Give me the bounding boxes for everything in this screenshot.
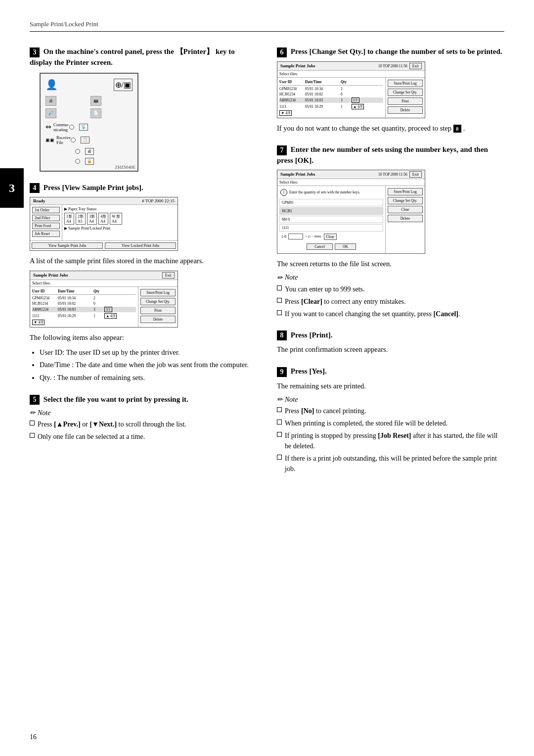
tray-label: ▶ Paper Tray Status: — [64, 207, 97, 211]
entry-clear-btn2[interactable]: Clear — [388, 206, 423, 213]
step-9-heading: 9 Press [Yes]. — [277, 366, 504, 377]
spj-row-1-right[interactable]: GPM81234 05/01 10:34 2 — [279, 87, 383, 91]
spj-row-3-left[interactable]: AB081234 05/01 10:03 3 3/1 — [32, 307, 136, 312]
spj-col-headers-right: User ID Date/Time Qty — [279, 80, 383, 86]
spj-table-area-right: User ID Date/Time Qty GPM81234 05/01 10:… — [277, 78, 385, 118]
entry-cancel-btn[interactable]: Cancel — [307, 243, 333, 250]
spj-select-label-right: Select files: — [277, 71, 425, 78]
spj-exit-btn-right[interactable]: Exit — [409, 63, 422, 69]
spj-row-2-left[interactable]: HCJ81234 05/01 10:02 0 — [32, 301, 136, 306]
print-icon: ⊕/▣ — [114, 79, 133, 91]
step-3-number: 3 — [30, 47, 40, 57]
entry-change-btn[interactable]: Change Set Qty. — [388, 197, 423, 204]
checkbox-5-1 — [30, 421, 35, 425]
tray-2: 2形A5 — [76, 213, 86, 225]
col-qty-right: Qty — [341, 80, 351, 84]
entry-store-btn[interactable]: Store/Print Log — [388, 188, 423, 195]
spj-row-2-right[interactable]: HCJ81234 05/01 10:02 0 — [279, 92, 383, 96]
step-9-block: 9 Press [Yes]. The remaining sets are pr… — [277, 366, 504, 474]
checkbox-9-3 — [277, 432, 282, 437]
entry-exit-btn[interactable]: Exit — [409, 171, 422, 178]
step-ref-8: 8 — [453, 125, 461, 133]
change-set-qty-btn-right[interactable]: Change Set Qty. — [388, 89, 423, 96]
spj-btn-area-right: Store/Print Log Change Set Qty. Print De… — [385, 78, 425, 118]
following-text: The following items also appear: — [30, 332, 257, 343]
step-9-note: ✏ Note Press [No] to cancel printing. Wh… — [277, 395, 504, 474]
ready-screen-body: 1st Order 2nd Filter Print Feed Job Rese… — [30, 205, 178, 240]
step-9-note-3: If printing is stopped by pressing [Job … — [277, 430, 504, 451]
lock-row: 🔒 — [45, 158, 133, 165]
tray-3: 3形A4 — [87, 213, 97, 225]
checkbox-7-3 — [277, 310, 282, 315]
spj-row-4-right[interactable]: 1111 05/01 10:29 1 ▲ 4/8 — [279, 104, 383, 109]
spj-btn-area-left: Store/Print Log Change Set Qty. Print De… — [138, 287, 178, 327]
step7-body: The screen returns to the file list scre… — [277, 259, 504, 270]
view-locked-btn[interactable]: View Locked Print Jobs — [105, 242, 176, 249]
view-sample-btn[interactable]: View Sample Print Jobs — [32, 242, 103, 249]
printer-screen-mockup: 👤 ⊕/▣ 🖨 📠 🔎 📄 ⇔ Commu-nicating — [40, 73, 138, 172]
entry-delete-btn[interactable]: Delete — [388, 215, 423, 222]
print-btn-right[interactable]: Print — [388, 97, 423, 105]
entry-body: 1 Enter the quantity of sets with the nu… — [277, 186, 425, 253]
step-5-heading: 5 Select the file you want to print by p… — [30, 394, 257, 405]
entry-title: Sample Print Jobs — [280, 172, 315, 177]
delete-btn-right[interactable]: Delete — [388, 106, 423, 114]
change-set-qty-btn-left[interactable]: Change Set Qty. — [140, 298, 176, 305]
step-6-heading: 6 Press [Change Set Qty.] to change the … — [277, 47, 504, 57]
entry-input-box[interactable] — [288, 234, 303, 239]
delete-btn-left[interactable]: Delete — [140, 316, 176, 323]
spj-header-right: Sample Print Jobs 10 TOP 2000 11:56 Exit — [277, 62, 425, 71]
spj-row-1-left[interactable]: GPM81234 05/01 10:34 2 — [32, 296, 136, 300]
entry-footer: Cancel OK — [279, 242, 383, 251]
step-7-heading: 7 Enter the new number of sets using the… — [277, 144, 504, 166]
second-filter-btn[interactable]: 2nd Filter — [32, 215, 60, 221]
entry-screen: Sample Print Jobs 10 TOP 2000 11:56 Exit… — [277, 170, 425, 254]
step-4-heading: 4 Press [View Sample Print jobs]. — [30, 183, 257, 193]
spj-row-3-right[interactable]: AB081234 05/01 10:03 3 1/1 — [279, 97, 383, 103]
ready-screen-mockup: Ready # TOP 2000 22:15 1st Order 2nd Fil… — [30, 197, 178, 251]
spj-body-left: User ID Date/Time Qty GPM81234 05/01 10:… — [30, 287, 178, 327]
step-5-number: 5 — [30, 395, 40, 405]
first-order-btn[interactable]: 1st Order — [32, 207, 60, 213]
step-7-block: 7 Enter the new number of sets using the… — [277, 144, 504, 319]
checkbox-9-1 — [277, 407, 282, 412]
communicate-radio — [69, 125, 74, 130]
receive-icon: 📋 — [81, 137, 89, 143]
communicate-row: ⇔ Commu-nicating 📡 — [45, 122, 133, 132]
print-icon2: 🖨 — [85, 148, 94, 155]
printer-screen-top: 👤 ⊕/▣ — [45, 79, 133, 91]
spj-select-label-left: Select files: — [30, 280, 178, 287]
step-5-note: ✏ Note Press [▲Prev.] or [▼Next.] to scr… — [30, 409, 257, 442]
entry-clear-btn[interactable]: Clear — [324, 234, 337, 240]
spj-title-right: Sample Print Jobs — [280, 63, 315, 68]
entry-select-label: Select files: — [277, 179, 425, 186]
step-4-number: 4 — [30, 183, 40, 193]
entry-input-label: 1-9 — [281, 235, 286, 239]
step-7-number: 7 — [277, 145, 287, 155]
entry-row-hcj[interactable]: HCJ81 — [279, 207, 383, 215]
job-reset-btn[interactable]: Job Reset — [32, 231, 60, 237]
scan-icon: 🔎 — [45, 108, 56, 118]
entry-ok-btn[interactable]: OK — [335, 243, 356, 250]
entry-row-gpm: GPM81 — [279, 199, 383, 206]
step-5-note-heading: ✏ Note — [30, 409, 257, 417]
spj-top-info-right: 10 TOP 2000 11:56 — [378, 64, 407, 68]
print-feed-btn[interactable]: Print Feed — [32, 223, 60, 229]
step-8-number: 8 — [277, 331, 287, 340]
note-icon-5: ✏ — [30, 409, 36, 417]
entry-instruction: 1 Enter the quantity of sets with the nu… — [279, 188, 383, 197]
tray-4: 4形A4 — [98, 213, 108, 225]
step8-body: The print confirmation screen appears. — [277, 344, 504, 355]
spj-exit-btn-left[interactable]: Exit — [162, 272, 175, 279]
ready-main: ▶ Paper Tray Status: 1形A4 2形A5 3形A4 4形A4… — [62, 205, 178, 240]
store-print-log-btn-right[interactable]: Store/Print Log — [388, 80, 423, 87]
spj-screen-right: Sample Print Jobs 10 TOP 2000 11:56 Exit… — [277, 61, 425, 118]
icon-grid: 🖨 📠 🔎 📄 — [45, 96, 133, 118]
tray-boxes-row: 1形A4 2形A5 3形A4 4形A4 W 形A4 — [64, 213, 176, 225]
list-item-uid: User ID: The user ID set up by the print… — [40, 347, 257, 358]
step-7-note-heading: ✏ Note — [277, 274, 504, 282]
store-print-log-btn-left[interactable]: Store/Print Log — [140, 289, 176, 296]
col-qty-left: Qty — [93, 289, 103, 293]
spj-row-4-left[interactable]: 1111 05/01 10:29 1 ▲ 4/8 — [32, 313, 136, 319]
print-btn-left[interactable]: Print — [140, 307, 176, 314]
